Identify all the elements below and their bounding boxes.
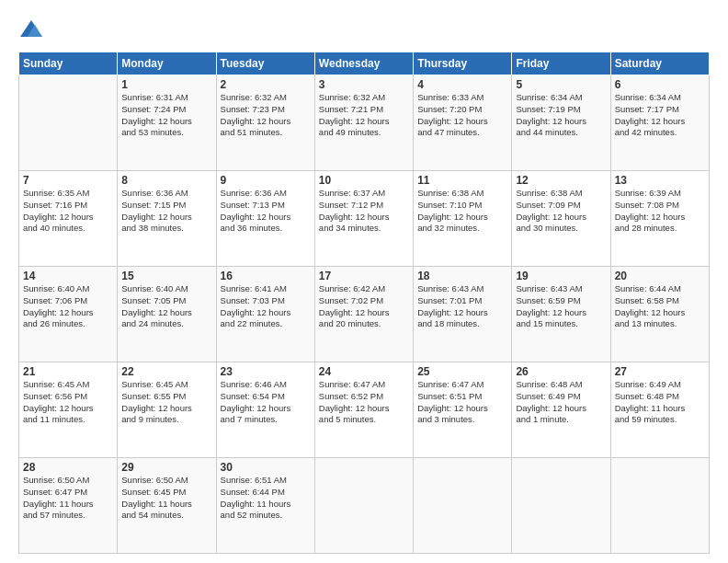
day-info: Sunrise: 6:41 AM Sunset: 7:03 PM Dayligh… (221, 283, 311, 330)
day-number: 4 (417, 78, 507, 91)
calendar-cell (512, 458, 610, 554)
day-info: Sunrise: 6:49 AM Sunset: 6:48 PM Dayligh… (615, 379, 705, 426)
day-number: 16 (221, 270, 311, 282)
calendar-cell: 21Sunrise: 6:45 AM Sunset: 6:56 PM Dayli… (19, 362, 118, 458)
calendar-body: 1Sunrise: 6:31 AM Sunset: 7:24 PM Daylig… (19, 75, 710, 554)
calendar-cell (414, 458, 512, 554)
calendar-week-row: 14Sunrise: 6:40 AM Sunset: 7:06 PM Dayli… (19, 267, 710, 362)
day-number: 9 (221, 174, 311, 187)
day-info: Sunrise: 6:43 AM Sunset: 6:59 PM Dayligh… (516, 283, 606, 330)
calendar-cell: 10Sunrise: 6:37 AM Sunset: 7:12 PM Dayli… (314, 171, 413, 267)
calendar-cell: 5Sunrise: 6:34 AM Sunset: 7:19 PM Daylig… (512, 75, 610, 171)
calendar-cell: 6Sunrise: 6:34 AM Sunset: 7:17 PM Daylig… (610, 75, 709, 171)
day-number: 21 (23, 365, 113, 378)
calendar-cell: 25Sunrise: 6:47 AM Sunset: 6:51 PM Dayli… (414, 362, 512, 458)
calendar-cell: 20Sunrise: 6:44 AM Sunset: 6:58 PM Dayli… (610, 267, 709, 362)
calendar-cell: 14Sunrise: 6:40 AM Sunset: 7:06 PM Dayli… (19, 267, 118, 362)
day-info: Sunrise: 6:46 AM Sunset: 6:54 PM Dayligh… (221, 379, 311, 426)
day-info: Sunrise: 6:44 AM Sunset: 6:58 PM Dayligh… (615, 283, 705, 330)
calendar-cell: 19Sunrise: 6:43 AM Sunset: 6:59 PM Dayli… (512, 267, 610, 362)
day-info: Sunrise: 6:50 AM Sunset: 6:47 PM Dayligh… (23, 475, 113, 522)
day-info: Sunrise: 6:47 AM Sunset: 6:52 PM Dayligh… (319, 379, 409, 426)
calendar-table: SundayMondayTuesdayWednesdayThursdayFrid… (18, 52, 710, 554)
calendar-day-header: Monday (118, 52, 216, 75)
calendar-day-header: Sunday (19, 52, 118, 75)
day-info: Sunrise: 6:40 AM Sunset: 7:06 PM Dayligh… (23, 283, 113, 330)
calendar-cell (610, 458, 709, 554)
calendar-cell: 3Sunrise: 6:32 AM Sunset: 7:21 PM Daylig… (314, 75, 413, 171)
calendar-cell: 9Sunrise: 6:36 AM Sunset: 7:13 PM Daylig… (216, 171, 314, 267)
day-number: 22 (121, 365, 211, 378)
day-number: 30 (221, 461, 311, 474)
day-info: Sunrise: 6:34 AM Sunset: 7:17 PM Dayligh… (615, 92, 705, 139)
day-number: 8 (121, 174, 211, 187)
day-info: Sunrise: 6:33 AM Sunset: 7:20 PM Dayligh… (417, 92, 507, 139)
calendar-week-row: 7Sunrise: 6:35 AM Sunset: 7:16 PM Daylig… (19, 171, 710, 267)
day-number: 24 (319, 365, 409, 378)
day-number: 18 (417, 270, 507, 282)
calendar-cell: 13Sunrise: 6:39 AM Sunset: 7:08 PM Dayli… (610, 171, 709, 267)
day-info: Sunrise: 6:35 AM Sunset: 7:16 PM Dayligh… (23, 188, 113, 235)
day-number: 26 (516, 365, 606, 378)
calendar-cell: 17Sunrise: 6:42 AM Sunset: 7:02 PM Dayli… (314, 267, 413, 362)
day-info: Sunrise: 6:42 AM Sunset: 7:02 PM Dayligh… (319, 283, 409, 330)
day-info: Sunrise: 6:38 AM Sunset: 7:09 PM Dayligh… (516, 188, 606, 235)
calendar-cell: 26Sunrise: 6:48 AM Sunset: 6:49 PM Dayli… (512, 362, 610, 458)
day-number: 29 (121, 461, 211, 474)
calendar-cell: 27Sunrise: 6:49 AM Sunset: 6:48 PM Dayli… (610, 362, 709, 458)
calendar-day-header: Thursday (414, 52, 512, 75)
day-number: 13 (615, 174, 705, 187)
day-number: 1 (121, 78, 211, 91)
day-info: Sunrise: 6:39 AM Sunset: 7:08 PM Dayligh… (615, 188, 705, 235)
calendar-cell: 1Sunrise: 6:31 AM Sunset: 7:24 PM Daylig… (118, 75, 216, 171)
day-info: Sunrise: 6:38 AM Sunset: 7:10 PM Dayligh… (417, 188, 507, 235)
day-info: Sunrise: 6:37 AM Sunset: 7:12 PM Dayligh… (319, 188, 409, 235)
day-info: Sunrise: 6:32 AM Sunset: 7:21 PM Dayligh… (319, 92, 409, 139)
day-number: 7 (23, 174, 113, 187)
day-number: 28 (23, 461, 113, 474)
day-info: Sunrise: 6:36 AM Sunset: 7:13 PM Dayligh… (221, 188, 311, 235)
day-number: 5 (516, 78, 606, 91)
day-info: Sunrise: 6:32 AM Sunset: 7:23 PM Dayligh… (221, 92, 311, 139)
calendar-cell: 29Sunrise: 6:50 AM Sunset: 6:45 PM Dayli… (118, 458, 216, 554)
day-info: Sunrise: 6:36 AM Sunset: 7:15 PM Dayligh… (121, 188, 211, 235)
logo-icon (18, 17, 44, 42)
day-number: 14 (23, 270, 113, 282)
calendar-day-header: Saturday (610, 52, 709, 75)
calendar-cell: 22Sunrise: 6:45 AM Sunset: 6:55 PM Dayli… (118, 362, 216, 458)
day-number: 25 (417, 365, 507, 378)
day-number: 27 (615, 365, 705, 378)
day-info: Sunrise: 6:31 AM Sunset: 7:24 PM Dayligh… (121, 92, 211, 139)
day-number: 23 (221, 365, 311, 378)
day-number: 17 (319, 270, 409, 282)
calendar-cell (19, 75, 118, 171)
day-number: 15 (121, 270, 211, 282)
calendar-cell: 18Sunrise: 6:43 AM Sunset: 7:01 PM Dayli… (414, 267, 512, 362)
day-info: Sunrise: 6:47 AM Sunset: 6:51 PM Dayligh… (417, 379, 507, 426)
day-number: 6 (615, 78, 705, 91)
day-number: 12 (516, 174, 606, 187)
calendar-day-header: Wednesday (314, 52, 413, 75)
calendar-cell (314, 458, 413, 554)
header (18, 17, 710, 42)
day-number: 19 (516, 270, 606, 282)
day-info: Sunrise: 6:51 AM Sunset: 6:44 PM Dayligh… (221, 475, 311, 522)
calendar-cell: 11Sunrise: 6:38 AM Sunset: 7:10 PM Dayli… (414, 171, 512, 267)
logo (18, 17, 48, 42)
calendar-week-row: 28Sunrise: 6:50 AM Sunset: 6:47 PM Dayli… (19, 458, 710, 554)
day-number: 2 (221, 78, 311, 91)
calendar-day-header: Tuesday (216, 52, 314, 75)
day-number: 3 (319, 78, 409, 91)
calendar-cell: 4Sunrise: 6:33 AM Sunset: 7:20 PM Daylig… (414, 75, 512, 171)
day-info: Sunrise: 6:34 AM Sunset: 7:19 PM Dayligh… (516, 92, 606, 139)
calendar-cell: 15Sunrise: 6:40 AM Sunset: 7:05 PM Dayli… (118, 267, 216, 362)
day-number: 20 (615, 270, 705, 282)
calendar-cell: 12Sunrise: 6:38 AM Sunset: 7:09 PM Dayli… (512, 171, 610, 267)
day-info: Sunrise: 6:43 AM Sunset: 7:01 PM Dayligh… (417, 283, 507, 330)
calendar-week-row: 21Sunrise: 6:45 AM Sunset: 6:56 PM Dayli… (19, 362, 710, 458)
calendar-day-header: Friday (512, 52, 610, 75)
day-number: 10 (319, 174, 409, 187)
calendar-week-row: 1Sunrise: 6:31 AM Sunset: 7:24 PM Daylig… (19, 75, 710, 171)
calendar-header-row: SundayMondayTuesdayWednesdayThursdayFrid… (19, 52, 710, 75)
day-info: Sunrise: 6:40 AM Sunset: 7:05 PM Dayligh… (121, 283, 211, 330)
